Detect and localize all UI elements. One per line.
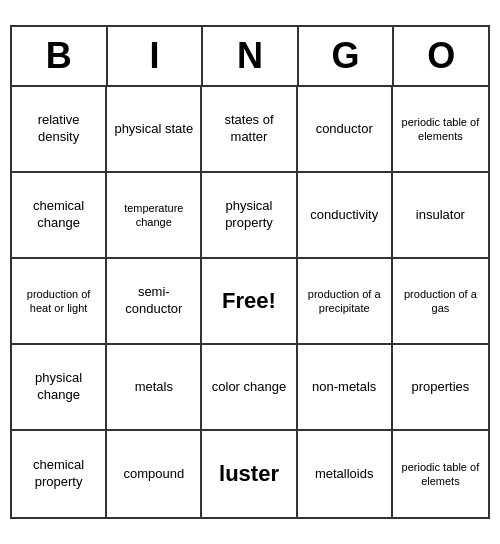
bingo-cell: luster (202, 431, 297, 517)
header-letter: B (12, 27, 108, 87)
bingo-grid: relative densityphysical statestates of … (12, 87, 488, 517)
bingo-cell: non-metals (298, 345, 393, 431)
bingo-cell: insulator (393, 173, 488, 259)
bingo-cell: periodic table of elements (393, 87, 488, 173)
bingo-cell: states of matter (202, 87, 297, 173)
header-letter: N (203, 27, 299, 87)
bingo-cell: conductor (298, 87, 393, 173)
bingo-cell: production of a gas (393, 259, 488, 345)
bingo-cell: periodic table of elemets (393, 431, 488, 517)
bingo-cell: production of heat or light (12, 259, 107, 345)
bingo-cell: relative density (12, 87, 107, 173)
bingo-cell: physical property (202, 173, 297, 259)
bingo-cell: conductivity (298, 173, 393, 259)
header-letter: O (394, 27, 488, 87)
header-letter: G (299, 27, 395, 87)
bingo-cell: compound (107, 431, 202, 517)
bingo-cell: temperature change (107, 173, 202, 259)
bingo-header: BINGO (12, 27, 488, 87)
bingo-cell: metals (107, 345, 202, 431)
bingo-card: BINGO relative densityphysical statestat… (10, 25, 490, 519)
bingo-cell: metalloids (298, 431, 393, 517)
bingo-cell: chemical property (12, 431, 107, 517)
bingo-cell: production of a precipitate (298, 259, 393, 345)
bingo-cell: properties (393, 345, 488, 431)
bingo-cell: chemical change (12, 173, 107, 259)
bingo-cell: physical state (107, 87, 202, 173)
bingo-cell: color change (202, 345, 297, 431)
bingo-cell: semi-conductor (107, 259, 202, 345)
bingo-cell: physical change (12, 345, 107, 431)
header-letter: I (108, 27, 204, 87)
bingo-cell: Free! (202, 259, 297, 345)
